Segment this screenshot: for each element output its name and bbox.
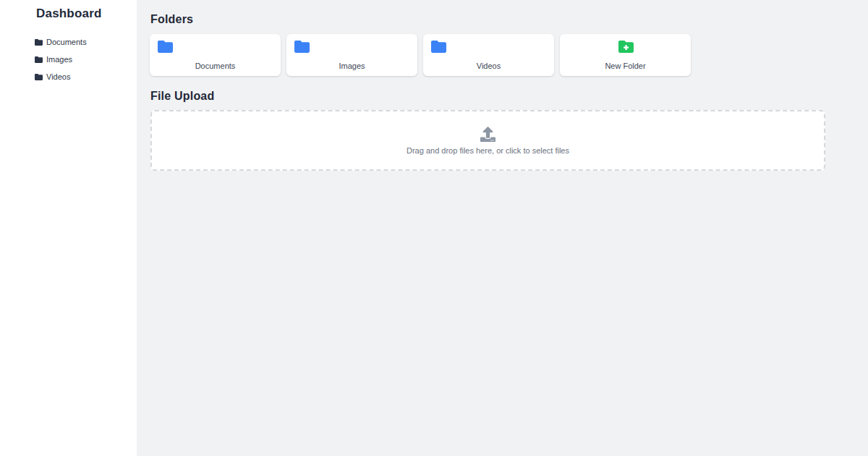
folder-icon xyxy=(294,41,310,53)
folder-card-images[interactable]: Images xyxy=(286,34,417,76)
main-content: Folders Documents Images Videos xyxy=(137,0,868,456)
sidebar-item-label: Documents xyxy=(46,38,87,46)
sidebar-item-documents[interactable]: Documents xyxy=(35,38,87,46)
folder-card-label: New Folder xyxy=(560,62,691,70)
sidebar-nav: Documents Images Videos xyxy=(35,38,87,81)
sidebar-item-images[interactable]: Images xyxy=(35,55,87,64)
folder-icon xyxy=(35,74,43,80)
folder-icon xyxy=(35,56,43,63)
file-dropzone[interactable]: Drag and drop files here, or click to se… xyxy=(150,110,825,171)
file-manager-app: Dashboard Documents Images Videos xyxy=(0,0,868,456)
folder-cards: Documents Images Videos xyxy=(150,34,691,76)
folder-icon xyxy=(431,41,446,53)
folder-icon xyxy=(158,41,173,53)
dropzone-text: Drag and drop files here, or click to se… xyxy=(407,146,569,155)
sidebar: Dashboard Documents Images Videos xyxy=(0,0,137,456)
sidebar-item-label: Videos xyxy=(46,72,70,81)
folder-card-videos[interactable]: Videos xyxy=(423,34,554,76)
sidebar-item-label: Images xyxy=(46,55,72,64)
new-folder-card[interactable]: New Folder xyxy=(560,34,691,76)
folder-icon xyxy=(35,39,43,46)
sidebar-title: Dashboard xyxy=(36,7,102,21)
folder-plus-icon xyxy=(618,41,634,53)
file-upload-heading: File Upload xyxy=(150,90,214,103)
folders-heading: Folders xyxy=(150,13,193,26)
folder-card-documents[interactable]: Documents xyxy=(150,34,281,76)
sidebar-item-videos[interactable]: Videos xyxy=(35,72,87,81)
folder-card-label: Documents xyxy=(150,62,281,70)
upload-icon xyxy=(480,127,495,142)
folder-card-label: Videos xyxy=(423,62,554,70)
folder-card-label: Images xyxy=(286,62,417,70)
